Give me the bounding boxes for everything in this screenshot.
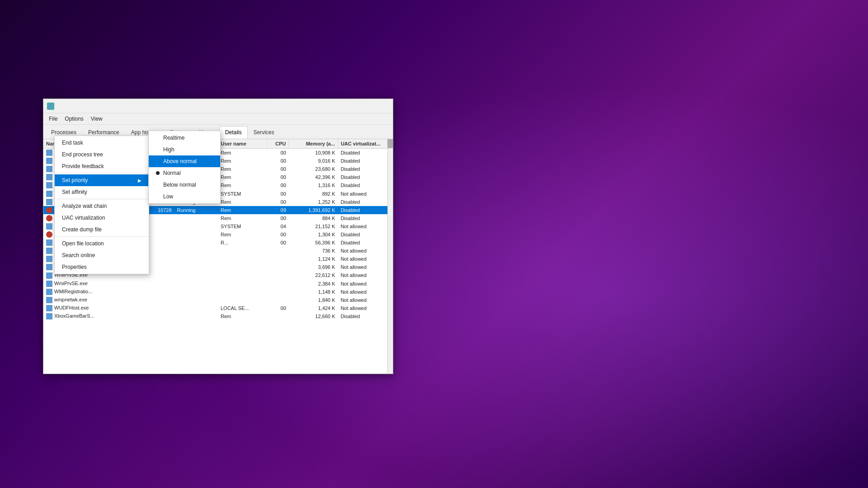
submenu-item-low[interactable]: Low (149, 191, 220, 202)
process-icon (46, 289, 52, 295)
cell-cpu (267, 296, 289, 304)
tab-services[interactable]: Services (248, 126, 280, 139)
cell-status: Running (175, 206, 218, 214)
process-icon (46, 305, 52, 311)
menu-options[interactable]: Options (61, 114, 87, 123)
submenu-item-normal[interactable]: Normal (149, 167, 220, 179)
cell-username: Rem (218, 165, 267, 173)
cell-uac: Disabled (338, 312, 392, 320)
col-header-memory[interactable]: Memory (a... (289, 139, 338, 149)
cell-status (175, 230, 218, 239)
cell-cpu: 00 (267, 189, 289, 197)
process-icon (46, 215, 52, 221)
close-button[interactable] (377, 102, 389, 111)
cell-cpu (267, 263, 289, 271)
table-row[interactable]: WMIRegistratio... 1,148 K Not allowed (43, 288, 393, 296)
cell-username: LOCAL SE... (218, 304, 267, 312)
priority-label: High (163, 146, 175, 153)
process-icon (46, 264, 52, 270)
context-menu-item-open-file-location[interactable]: Open file location (55, 238, 149, 249)
process-icon (46, 182, 52, 188)
cell-cpu (267, 271, 289, 279)
cell-username: Rem (218, 173, 267, 181)
context-menu-item-set-affinity[interactable]: Set affinity (55, 186, 149, 198)
table-row[interactable]: wmpnetwk.exe 1,840 K Not allowed (43, 296, 393, 304)
cell-name: WMIRegistratio... (43, 288, 142, 296)
process-icon (46, 256, 52, 262)
col-header-username[interactable]: User name (218, 139, 267, 149)
cell-name: XboxGameBarS... (43, 312, 142, 320)
maximize-button[interactable] (365, 102, 377, 111)
menu-view[interactable]: View (87, 114, 106, 123)
cell-memory: 1,391,692 K (289, 206, 338, 214)
submenu-item-below-normal[interactable]: Below normal (149, 179, 220, 191)
table-row[interactable]: WUDFHost.exe LOCAL SE... 00 1,424 K Not … (43, 304, 393, 312)
priority-bullet (156, 171, 160, 175)
cell-uac: Not allowed (338, 296, 392, 304)
cell-uac: Disabled (338, 198, 392, 206)
cell-uac: Not allowed (338, 304, 392, 312)
cell-username: Rem (218, 230, 267, 239)
context-menu-item-end-task[interactable]: End task (55, 137, 149, 149)
cell-username: Rem (218, 157, 267, 165)
cell-uac: Not allowed (338, 271, 392, 279)
ctx-item-label: End task (62, 140, 83, 146)
priority-bullet (156, 160, 160, 163)
cell-cpu: 09 (267, 206, 289, 214)
cell-cpu (267, 288, 289, 296)
cell-status (175, 255, 218, 263)
cell-memory: 1,252 K (289, 198, 338, 206)
context-menu-item-end-process-tree[interactable]: End process tree (55, 149, 149, 160)
cell-cpu: 00 (267, 198, 289, 206)
cell-status (175, 280, 218, 288)
cell-uac: Disabled (338, 149, 392, 157)
priority-label: Normal (163, 170, 181, 176)
svg-rect-0 (48, 103, 50, 106)
cell-cpu: 00 (267, 304, 289, 312)
cell-uac: Disabled (338, 173, 392, 181)
cell-uac: Disabled (338, 165, 392, 173)
scrollbar[interactable] (387, 139, 393, 374)
context-menu-separator (55, 199, 149, 199)
ctx-item-label: Analyze wait chain (62, 203, 107, 209)
context-menu-item-create-dump-file[interactable]: Create dump file (55, 224, 149, 235)
cell-username (218, 255, 267, 263)
tab-details[interactable]: Details (219, 126, 248, 139)
context-menu-item-provide-feedback[interactable]: Provide feedback (55, 160, 149, 172)
submenu-item-high[interactable]: High (149, 144, 220, 155)
cell-username: Rem (218, 198, 267, 206)
ctx-item-label: Search online (62, 252, 95, 258)
process-icon (46, 207, 52, 213)
cell-cpu: 00 (267, 173, 289, 181)
context-menu-item-properties[interactable]: Properties (55, 261, 149, 273)
priority-label: Below normal (163, 182, 196, 188)
cell-username: R... (218, 239, 267, 247)
cell-status (175, 247, 218, 255)
cell-memory: 1,304 K (289, 230, 338, 239)
table-row[interactable]: WmiPrvSE.exe 2,384 K Not allowed (43, 280, 393, 288)
process-icon (46, 199, 52, 205)
table-row[interactable]: XboxGameBarS... Rem 12,660 K Disabled (43, 312, 393, 320)
cell-status (175, 239, 218, 247)
scrollbar-thumb[interactable] (387, 139, 393, 148)
submenu-item-realtime[interactable]: Realtime (149, 132, 220, 144)
col-header-cpu[interactable]: CPU (267, 139, 289, 149)
col-header-uac[interactable]: UAC virtualizat... (338, 139, 392, 149)
cell-memory: 1,840 K (289, 296, 338, 304)
menu-file[interactable]: File (45, 114, 61, 123)
process-icon (46, 281, 52, 287)
process-icon (46, 150, 52, 156)
context-menu-item-set-priority[interactable]: Set priority▶ (55, 174, 149, 186)
priority-bullet (156, 183, 160, 187)
title-bar (43, 99, 393, 113)
cell-memory: 10,908 K (289, 149, 338, 157)
cell-pid (142, 312, 174, 320)
submenu-item-above-normal[interactable]: Above normal (149, 155, 220, 167)
minimize-button[interactable] (352, 102, 364, 111)
context-menu-item-search-online[interactable]: Search online (55, 249, 149, 261)
context-menu-separator (55, 236, 149, 237)
priority-bullet (156, 148, 160, 151)
context-menu-item-analyze-wait-chain[interactable]: Analyze wait chain (55, 200, 149, 212)
context-menu-item-uac-virtualization[interactable]: UAC virtualization (55, 212, 149, 224)
process-icon (46, 248, 52, 254)
